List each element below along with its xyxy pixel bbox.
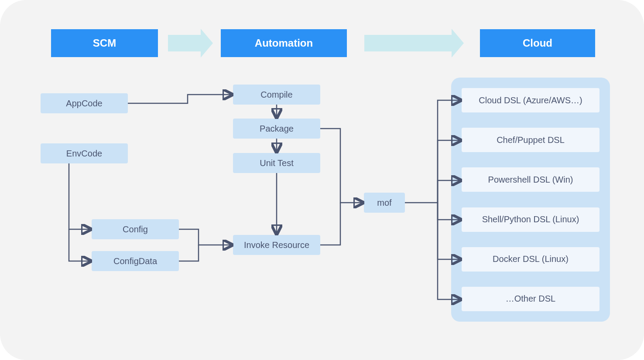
dsl-item: …Other DSL [462,287,599,311]
header-scm: SCM [51,29,158,57]
diagram-canvas: SCM Automation Cloud AppCode EnvCode Con… [0,0,644,360]
node-config: Config [92,219,179,239]
header-automation: Automation [221,29,347,57]
node-appcode: AppCode [41,93,128,113]
node-unittest: Unit Test [233,153,320,173]
dsl-item: Cloud DSL (Azure/AWS…) [462,88,599,112]
dsl-item: Powershell DSL (Win) [462,167,599,192]
flow-arrow-icon [168,35,201,51]
node-package: Package [233,119,320,139]
cloud-dsl-group: Cloud DSL (Azure/AWS…) Chef/Puppet DSL P… [451,78,610,322]
node-invoke: Invoke Resource [233,235,320,255]
node-envcode: EnvCode [41,143,128,163]
dsl-item: Shell/Python DSL (Linux) [462,207,599,232]
node-configdata: ConfigData [92,251,179,271]
dsl-item: Chef/Puppet DSL [462,128,599,152]
flow-arrow-icon [364,35,452,51]
node-mof: mof [364,193,405,213]
header-cloud: Cloud [480,29,595,57]
node-compile: Compile [233,85,320,105]
dsl-item: Docker DSL (Linux) [462,247,599,272]
